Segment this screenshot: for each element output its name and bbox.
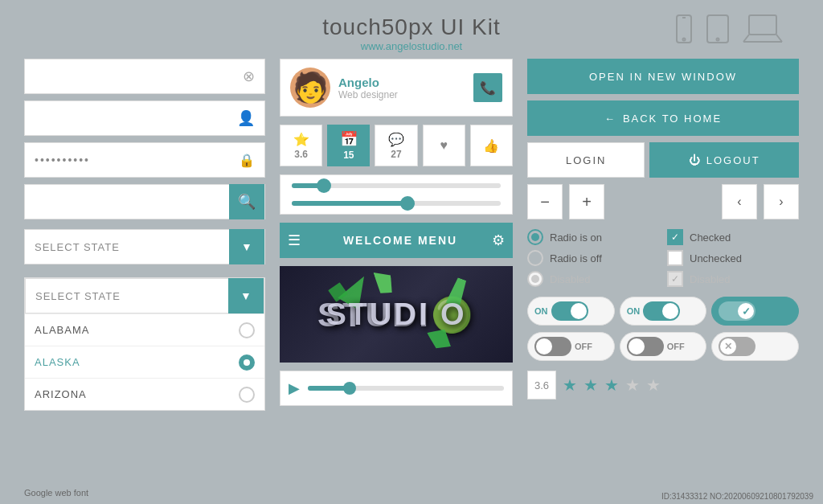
- dropdown-item-arizona[interactable]: ARIZONA: [25, 378, 264, 410]
- rating-number: 3.6: [527, 371, 556, 400]
- toggle-x-switch[interactable]: ✕: [719, 337, 755, 356]
- increment-button[interactable]: +: [569, 184, 604, 219]
- toggle-check-switch[interactable]: ✓: [719, 301, 755, 321]
- stat-calendar[interactable]: 📅 15: [327, 125, 370, 166]
- password-row[interactable]: 🔒: [24, 142, 265, 178]
- username-row[interactable]: USER NAME 👤: [24, 100, 265, 136]
- phone-icon: [675, 14, 693, 43]
- stars-rating-row: 3.6 ★ ★ ★ ★ ★: [527, 367, 799, 403]
- quick-search-input[interactable]: QUICK SEARCH: [35, 71, 243, 83]
- slider1-track[interactable]: [292, 183, 501, 188]
- dropdown-list: SELECT STATE ▼ ALABAMA ALASKA ARIZONA: [24, 277, 265, 411]
- dropdown-arrow-icon[interactable]: ▼: [229, 229, 264, 264]
- settings-icon[interactable]: ⚙: [492, 232, 505, 249]
- select-state-row[interactable]: SELECT STATE ▼: [24, 229, 265, 264]
- toggle-off-1-switch[interactable]: [534, 337, 571, 356]
- toggle-off-2-switch[interactable]: [627, 337, 664, 356]
- star-5[interactable]: ★: [646, 375, 661, 395]
- toggle-check-3[interactable]: ✓: [711, 297, 799, 326]
- star-1[interactable]: ★: [563, 375, 577, 395]
- login-button[interactable]: LOGIN: [527, 142, 645, 178]
- slider-section: [280, 174, 513, 215]
- toggle-x-knob: ✕: [720, 338, 736, 354]
- decrement-button[interactable]: −: [527, 184, 563, 219]
- toggle-on-2-switch[interactable]: [643, 301, 680, 321]
- dropdown-header-label: SELECT STATE: [35, 290, 228, 302]
- toggles-off-row: OFF OFF ✕: [527, 332, 799, 361]
- toggle-off-2[interactable]: OFF: [620, 332, 707, 361]
- stat-rating[interactable]: ⭐ 3.6: [280, 125, 322, 166]
- radio-disabled-button: [527, 271, 543, 287]
- radio-on-button[interactable]: [527, 229, 543, 245]
- arizona-radio[interactable]: [239, 387, 255, 403]
- calendar-value: 15: [343, 150, 354, 161]
- checkbox-unchecked-item[interactable]: Unchecked: [667, 250, 799, 266]
- checkbox-checked[interactable]: ✓: [667, 229, 683, 245]
- unchecked-label: Unchecked: [690, 252, 742, 264]
- toggle-on-1-switch[interactable]: [551, 301, 588, 321]
- checkbox-checked-item[interactable]: ✓ Checked: [667, 229, 799, 245]
- username-input[interactable]: USER NAME: [35, 113, 237, 125]
- heart-stat-icon: ♥: [440, 138, 448, 153]
- search-row[interactable]: SEARCH 🔍: [24, 184, 265, 219]
- toggle-x-3[interactable]: ✕: [711, 332, 799, 361]
- star-3[interactable]: ★: [604, 375, 619, 395]
- select-label: SELECT STATE: [35, 241, 229, 253]
- right-column: OPEN IN NEW WINDOW ← BACK TO HOME LOGIN …: [527, 59, 799, 411]
- auth-buttons-row: LOGIN ⏻ LOGOUT: [527, 142, 799, 178]
- dropdown-item-alabama[interactable]: ALABAMA: [25, 313, 264, 346]
- radio-on-item[interactable]: Radio is on: [527, 229, 659, 245]
- next-button[interactable]: ›: [764, 184, 799, 219]
- radio-off-button[interactable]: [527, 250, 543, 266]
- prev-button[interactable]: ‹: [722, 184, 757, 219]
- chat-stat-icon: 💬: [388, 132, 404, 147]
- controls-grid: Radio is on ✓ Checked Radio is off Unche…: [527, 226, 799, 290]
- open-window-button[interactable]: OPEN IN NEW WINDOW: [527, 59, 799, 94]
- play-button[interactable]: ▶: [289, 379, 300, 397]
- stat-like[interactable]: 👍: [470, 125, 513, 166]
- search-icon[interactable]: 🔍: [229, 184, 264, 219]
- checkbox-unchecked[interactable]: [667, 250, 683, 266]
- avatar: 🧑: [290, 68, 330, 108]
- studio-label: STUDI O: [326, 297, 466, 332]
- stepper-nav-row: − + ‹ ›: [527, 184, 799, 219]
- toggle-on-2[interactable]: ON: [620, 297, 707, 326]
- toggle-off-1-knob: [536, 338, 552, 354]
- alabama-radio[interactable]: [239, 322, 255, 338]
- radio-off-label: Radio is off: [550, 252, 602, 264]
- alaska-radio[interactable]: [239, 354, 255, 371]
- call-button[interactable]: 📞: [473, 73, 502, 102]
- slider1-thumb[interactable]: [317, 178, 331, 193]
- toggle-on-1[interactable]: ON: [527, 297, 615, 326]
- dropdown-item-alaska[interactable]: ALASKA: [25, 346, 264, 378]
- quick-search-row[interactable]: QUICK SEARCH ⊗: [24, 59, 265, 94]
- player-thumb[interactable]: [343, 382, 356, 395]
- stat-chat[interactable]: 💬 27: [375, 125, 417, 166]
- toggle-off-1[interactable]: OFF: [527, 332, 615, 361]
- star-4[interactable]: ★: [625, 375, 640, 395]
- dropdown-arrow2-icon[interactable]: ▼: [228, 278, 264, 313]
- password-input[interactable]: [35, 154, 239, 166]
- profile-name: Angelo: [338, 76, 465, 89]
- calendar-stat-icon: 📅: [340, 130, 358, 148]
- logout-label: LOGOUT: [706, 154, 760, 166]
- back-home-button[interactable]: ← BACK TO HOME: [527, 100, 799, 136]
- checkbox-disabled-label: Disabled: [690, 273, 731, 285]
- star-stat-icon: ⭐: [293, 132, 309, 147]
- checked-label: Checked: [690, 232, 731, 244]
- radio-off-item[interactable]: Radio is off: [527, 250, 659, 266]
- stat-heart[interactable]: ♥: [423, 125, 465, 166]
- dropdown-header[interactable]: SELECT STATE ▼: [25, 278, 264, 313]
- menu-bar[interactable]: ☰ WELCOME MENU ⚙: [280, 223, 513, 258]
- logout-button[interactable]: ⏻ LOGOUT: [649, 142, 799, 178]
- star-2[interactable]: ★: [583, 375, 598, 395]
- player-fill: [308, 386, 347, 391]
- search-input[interactable]: SEARCH: [35, 196, 229, 208]
- menu-label: WELCOME MENU: [309, 234, 492, 247]
- profile-info: Angelo Web designer: [338, 76, 465, 100]
- svg-point-4: [717, 39, 719, 41]
- slider2-thumb[interactable]: [400, 196, 415, 211]
- slider2-track[interactable]: [292, 201, 501, 206]
- toggle-off-2-knob: [629, 338, 645, 354]
- player-track[interactable]: [308, 386, 504, 391]
